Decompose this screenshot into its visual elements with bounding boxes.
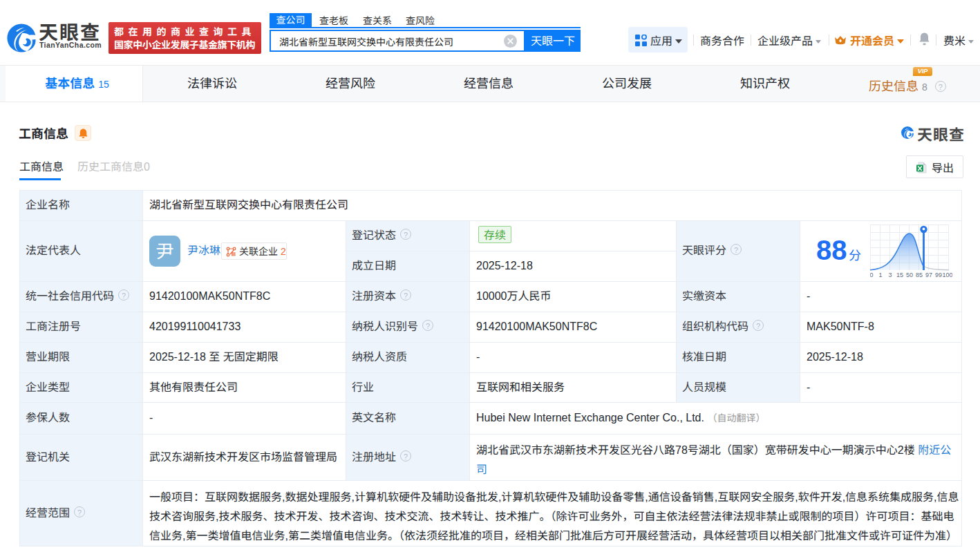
svg-text:3: 3 — [888, 272, 892, 278]
svg-text:企: 企 — [232, 251, 236, 257]
svg-text:85: 85 — [916, 272, 923, 278]
svg-text:99: 99 — [935, 272, 942, 278]
svg-text:0: 0 — [870, 272, 874, 278]
svg-text:97: 97 — [925, 272, 932, 278]
svg-text:1: 1 — [878, 272, 882, 278]
svg-text:15: 15 — [896, 272, 903, 278]
svg-text:50: 50 — [906, 272, 913, 278]
svg-text:100: 100 — [942, 272, 952, 278]
